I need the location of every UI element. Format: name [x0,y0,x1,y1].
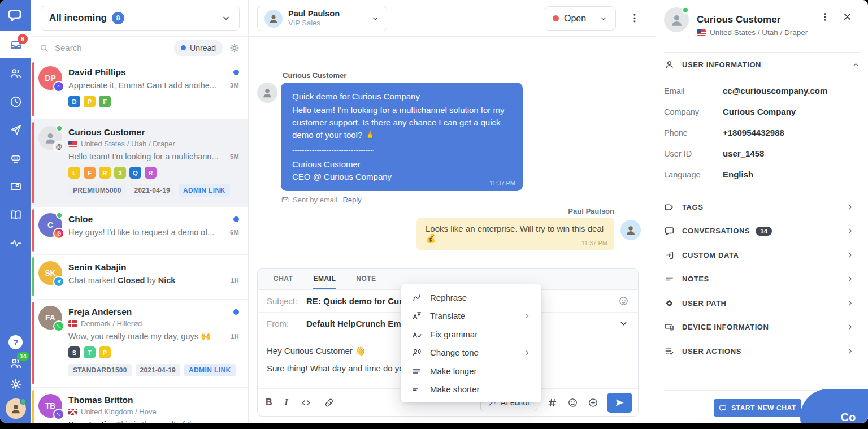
last-message-preview: Appreciate it, Emma! Can I add anothe... [68,80,224,91]
conversation-row[interactable]: TB Thomas BrittonUnited Kingdom / HoveKo… [31,388,248,423]
start-new-chat-button[interactable]: START NEW CHAT [714,399,801,417]
kebab-menu-icon[interactable] [819,11,831,23]
link-icon[interactable] [324,397,335,408]
menu-item-make-longer[interactable]: Make longer [401,362,541,380]
badge-row: STANDARD15002021-04-19ADMIN LINK [68,364,239,376]
menu-item-translate[interactable]: Translate [401,307,541,326]
chevron-down-icon [371,14,380,23]
tag-chip: D [68,96,80,107]
user-information-header[interactable]: USER INFORMATION [664,59,860,70]
tab-email[interactable]: EMAIL [313,269,336,289]
admin-link-badge[interactable]: ADMIN LINK [184,364,236,376]
section-notes[interactable]: NOTES [656,267,868,292]
gear-icon [9,378,23,391]
tab-chat[interactable]: CHAT [274,269,293,289]
priority-accent-bar [32,257,34,296]
user-location-text: United States / Utah / Draper [710,28,808,37]
section-custom-data[interactable]: CUSTOM DATA [656,243,868,267]
conversation-row[interactable]: SK Senin KabajinChat marked Closed by Ni… [31,255,248,300]
assignee-dropdown[interactable]: Paul Paulson VIP Sales [257,6,387,31]
menu-item-fix-grammar[interactable]: Fix grammar [401,325,541,344]
unread-filter-toggle[interactable]: Unread [174,40,223,56]
plus-circle-icon[interactable] [588,397,598,408]
user-location: United States / Utah / Draper [697,28,808,37]
unread-label: Unread [190,44,216,53]
sidebar-item-pulse[interactable] [0,229,31,257]
assignee-name: Paul Paulson [288,9,340,19]
menu-item-make-shorter[interactable]: Make shorter [401,380,541,399]
section-device-information[interactable]: DEVICE INFORMATION [656,315,868,340]
sidebar-item-contacts[interactable] [0,59,31,88]
contact-name: Chloe [68,213,239,225]
sidebar-item-widget[interactable] [0,172,31,201]
admin-link-badge[interactable]: ADMIN LINK [179,184,230,197]
unread-indicator-dot [233,216,239,222]
filter-count-badge: 8 [112,12,124,24]
agent-profile-avatar[interactable] [6,398,26,419]
unread-dot-icon [181,45,186,50]
conversation-row[interactable]: @ Curious CustomerUnited States / Utah /… [31,120,248,207]
code-icon[interactable] [301,397,311,408]
attribute-badge: 2021-04-19 [130,184,175,197]
contact-avatar: C [38,213,62,237]
chevron-down-icon[interactable] [618,318,629,329]
contact-location: United Kingdom / Hove [68,406,239,417]
kebab-menu-icon[interactable] [628,12,641,24]
section-user-actions[interactable]: USER ACTIONS [656,339,868,363]
menu-item-change-tone[interactable]: Change tone [401,344,541,362]
sidebar-item-inbox[interactable]: 8 [0,31,31,58]
field-label: Email [664,85,723,97]
pulse-icon [9,236,23,250]
inbox-filter-dropdown[interactable]: All incoming 8 [41,6,240,31]
note-author-label: Paul Paulson [416,207,614,215]
field-value: user_1458 [723,148,764,160]
conversation-row[interactable]: C ChloeHey guys! I'd like to request a d… [31,207,248,255]
send-button[interactable] [607,393,632,413]
contact-name: Senin Kabajin [68,261,239,273]
customer-avatar [257,83,277,103]
close-icon[interactable] [841,11,853,23]
envelope-icon [281,196,289,204]
tab-note[interactable]: NOTE [356,269,376,289]
dk-flag-icon [68,320,77,327]
emoji-icon[interactable] [567,397,578,408]
status-dropdown[interactable]: Open [545,6,616,31]
sidebar-item-paper-plane[interactable] [0,116,31,144]
contact-name: Thomas Britton [68,394,239,406]
section-user-path[interactable]: USER PATH [656,291,868,315]
timestamp: 6M [230,229,239,236]
status-label: Open [564,14,586,24]
bold-icon[interactable]: B [266,397,272,408]
conversation-list-panel: All incoming 8 Unread DP David PhillipsA… [31,0,249,423]
sidebar-item-bot[interactable] [0,144,31,172]
emoji-icon[interactable] [618,296,629,306]
section-conversations[interactable]: CONVERSATIONS 14 [656,219,868,244]
viber-channel-icon [53,409,64,420]
reply-link[interactable]: Reply [342,196,361,204]
chevron-right-icon [523,349,531,357]
italic-icon[interactable]: I [285,397,288,408]
sidebar-item-book[interactable] [0,201,31,229]
search-input[interactable] [55,43,174,53]
priority-accent-bar [32,122,34,203]
list-settings-gear-icon[interactable] [229,42,240,54]
start-new-chat-label: START NEW CHAT [731,404,796,412]
team-count-badge: 14 [17,352,29,361]
conversation-row[interactable]: DP David PhillipsAppreciate it, Emma! Ca… [31,60,248,120]
last-message-preview: Konstantin: This is the result of the... [68,419,239,423]
chevron-up-icon [852,60,860,69]
conversation-row[interactable]: FA Freja AndersenDenmark / HillerødWow, … [31,300,248,388]
priority-accent-bar [32,209,34,252]
tag-chip: R [145,167,157,179]
help-icon[interactable]: ? [8,335,23,349]
sidebar-item-team[interactable]: 14 [9,357,23,370]
menu-item-rephrase[interactable]: Rephrase [401,288,541,307]
user-information-label: USER INFORMATION [682,60,761,69]
hash-icon[interactable] [547,397,558,408]
sidebar-item-clock[interactable] [0,88,31,116]
chevron-right-icon [846,299,854,307]
person-icon [261,86,274,99]
contact-name: Freja Andersen [68,306,239,318]
sidebar-item-gear[interactable] [9,378,23,391]
section-tags[interactable]: TAGS [656,195,868,219]
